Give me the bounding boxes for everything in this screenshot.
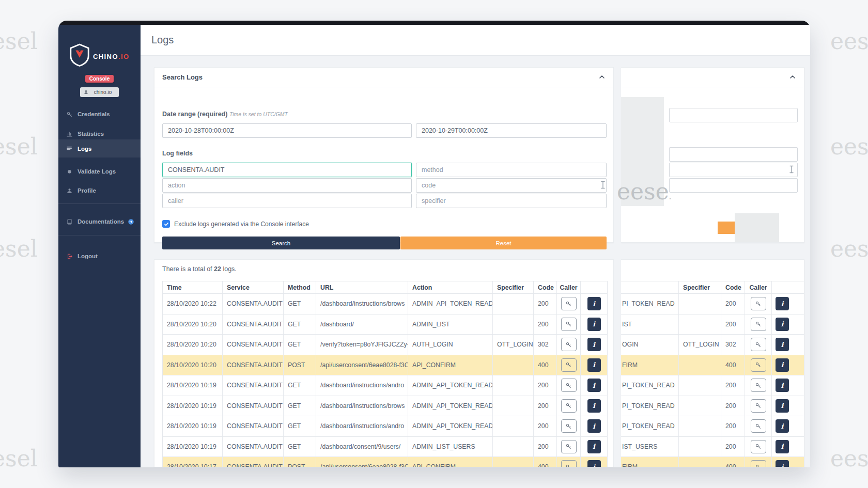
cell-caller [745, 396, 771, 416]
cell-caller [556, 335, 580, 355]
row-info-button[interactable]: i [587, 358, 601, 372]
sidebar-item-documentations[interactable]: Documentations [58, 216, 141, 227]
reset-button[interactable]: Reset [400, 237, 607, 249]
sidebar-item-profile[interactable]: Profile [58, 185, 141, 196]
cell-info: i [771, 335, 804, 355]
code-input[interactable] [416, 178, 607, 193]
row-info-button[interactable]: i [587, 399, 601, 413]
collapse-panel-button[interactable] [597, 72, 607, 83]
key-icon [565, 382, 572, 389]
cell-action: AUTH_LOGIN [408, 335, 492, 355]
caller-key-button[interactable] [561, 318, 577, 331]
caller-key-button[interactable] [561, 440, 577, 453]
caller-key-button[interactable] [751, 419, 766, 433]
column-header: Code [721, 281, 745, 293]
row-info-button[interactable]: i [776, 358, 789, 372]
cell-info: i [771, 457, 804, 467]
cell-caller [556, 375, 580, 396]
field-input-fragment[interactable] [669, 147, 798, 162]
caller-key-button[interactable] [561, 297, 577, 310]
search-logs-panel: Search Logs Date range (required) Time i… [154, 67, 614, 243]
caller-key-button[interactable] [561, 399, 577, 413]
cell-method: POST [283, 355, 316, 375]
exclude-console-checkbox[interactable] [162, 220, 170, 228]
row-info-button[interactable]: i [776, 338, 789, 351]
table-row: 28/10/2020 10:20CONSENTA.AUDITPOST/api/u… [163, 355, 607, 376]
search-panel-title: Search Logs [162, 68, 203, 87]
cell-caller [556, 457, 580, 467]
cell-specifier [678, 375, 721, 396]
cell-info: i [771, 437, 804, 457]
key-icon [755, 361, 762, 368]
caller-key-button[interactable] [561, 379, 577, 392]
caller-key-button[interactable] [561, 338, 577, 351]
service-input[interactable] [162, 163, 412, 177]
caller-key-button[interactable] [751, 358, 766, 372]
field-input-fragment[interactable] [669, 163, 798, 177]
cell-action: API_CONFIRM [408, 355, 492, 375]
row-info-button[interactable]: i [776, 379, 789, 392]
sidebar-item-statistics[interactable]: Statistics [58, 128, 141, 139]
sidebar-item-credentials[interactable]: Credentials [58, 108, 141, 120]
caller-key-button[interactable] [561, 419, 577, 433]
row-info-button[interactable]: i [587, 419, 601, 433]
cell-info: i [580, 437, 607, 457]
caller-key-button[interactable] [751, 440, 766, 453]
cell-url: /dashboard/instructions/brows [316, 396, 408, 416]
table-row: 28/10/2020 10:17CONSENTA.AUDITPOST/api/u… [163, 457, 607, 467]
search-button[interactable]: Search [162, 237, 400, 249]
field-input-fragment[interactable] [669, 178, 798, 193]
row-info-button[interactable]: i [776, 419, 789, 433]
action-input[interactable] [162, 178, 412, 193]
caller-key-button[interactable] [751, 460, 766, 467]
row-info-button[interactable]: i [776, 399, 789, 413]
watermark: eesel [830, 30, 868, 53]
cell-info: i [580, 416, 607, 436]
date-input-fragment[interactable] [669, 108, 798, 122]
caller-key-button[interactable] [751, 399, 766, 413]
caller-key-button[interactable] [561, 460, 577, 467]
sidebar-item-logs[interactable]: Logs [58, 139, 141, 158]
row-info-button[interactable]: i [776, 318, 789, 331]
table-row: 28/10/2020 10:19CONSENTA.AUDITGET/dashbo… [163, 416, 607, 437]
row-info-button[interactable]: i [587, 379, 601, 392]
date-range-hint: Time is set to UTC/GMT [229, 111, 288, 117]
caller-key-button[interactable] [751, 379, 766, 392]
cell-time: 28/10/2020 10:19 [163, 416, 222, 436]
key-icon [755, 464, 762, 467]
collapse-panel-button[interactable] [787, 72, 798, 83]
cell-url: /dashboard/instructions/andro [316, 416, 408, 436]
row-info-button[interactable]: i [587, 297, 601, 310]
row-info-button[interactable]: i [587, 338, 601, 351]
row-info-button[interactable]: i [776, 460, 789, 467]
date-to-input[interactable] [416, 123, 607, 138]
cell-method: GET [283, 437, 316, 457]
cell-code: 200 [721, 375, 745, 396]
date-from-input[interactable] [162, 123, 412, 138]
right-panel-header [621, 68, 804, 87]
row-info-button[interactable]: i [587, 460, 601, 467]
text-cursor-icon [600, 181, 606, 189]
watermark: eesel [0, 238, 38, 260]
brand-name: CHINO.IO [93, 53, 129, 60]
row-info-button[interactable]: i [587, 318, 601, 331]
caller-key-button[interactable] [751, 297, 766, 310]
key-icon [565, 402, 572, 409]
method-input[interactable] [416, 163, 607, 177]
right-table-header: SpecifierCodeCaller [621, 281, 804, 294]
cell-info: i [580, 457, 607, 467]
caller-input[interactable] [162, 194, 412, 208]
row-info-button[interactable]: i [587, 440, 601, 453]
caller-key-button[interactable] [751, 338, 766, 351]
caller-key-button[interactable] [751, 318, 766, 331]
row-info-button[interactable]: i [776, 440, 789, 453]
table-row: PI_TOKEN_READ200i [621, 294, 804, 314]
specifier-input[interactable] [416, 194, 607, 208]
cell-url: /dashboard/instructions/andro [316, 375, 408, 396]
column-header: Code [533, 281, 556, 293]
sidebar-item-validate-logs[interactable]: Validate Logs [58, 166, 141, 177]
caller-key-button[interactable] [561, 358, 577, 372]
cell-action: ADMIN_API_TOKEN_READ [408, 375, 492, 396]
row-info-button[interactable]: i [776, 297, 789, 310]
sidebar-item-logout[interactable]: Logout [58, 250, 141, 262]
